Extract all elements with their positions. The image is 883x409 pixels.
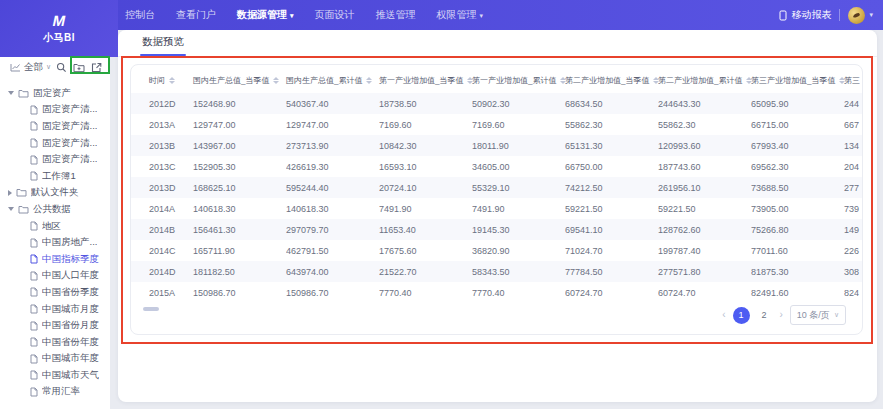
caret-right-icon[interactable]	[8, 190, 12, 196]
sort-icon[interactable]	[169, 77, 175, 84]
table-cell: 152468.90	[193, 99, 286, 109]
table-row[interactable]: 2014C165711.90462791.5017675.6036820.907…	[131, 240, 862, 261]
table-row[interactable]: 2013C152905.30426619.3016593.1034605.006…	[131, 156, 862, 177]
table-row[interactable]: 2015A150986.70150986.707770.407770.40607…	[131, 282, 862, 303]
tree-file-item[interactable]: 固定资产清...	[0, 151, 110, 168]
tree-file-item[interactable]: 固定资产清...	[0, 102, 110, 119]
user-avatar[interactable]: ▾	[848, 7, 873, 24]
column-header[interactable]: 国内生产总值_累计值	[286, 75, 379, 86]
column-header[interactable]: 第一产业增加值_累计值	[472, 75, 565, 86]
table-cell: 60724.70	[658, 288, 751, 298]
next-page-button[interactable]: ›	[780, 310, 783, 320]
new-folder-icon[interactable]	[73, 62, 85, 73]
tree-folder-item[interactable]: 公共数据	[0, 201, 110, 218]
tree-file-item[interactable]: 中国人口年度	[0, 268, 110, 285]
table-row[interactable]: 2013D168625.10595244.4020724.1055329.107…	[131, 177, 862, 198]
nav-menu: 控制台查看门户数据源管理▾页面设计推送管理权限管理▾	[125, 0, 483, 30]
table-cell: 7169.60	[472, 120, 565, 130]
column-header[interactable]: 第二产业增加值_当季值	[565, 75, 658, 86]
search-icon[interactable]	[56, 62, 67, 73]
nav-item[interactable]: 查看门户	[176, 8, 216, 22]
tab-data-preview[interactable]: 数据预览	[140, 35, 186, 56]
nav-item-label: 页面设计	[315, 8, 355, 22]
table-cell: 55862.30	[565, 120, 658, 130]
page-button[interactable]: 1	[733, 307, 750, 324]
table-cell: 128762.60	[658, 225, 751, 235]
file-icon	[30, 370, 38, 380]
nav-item[interactable]: 数据源管理▾	[237, 8, 294, 22]
dataset-filter-dropdown[interactable]: 全部 ∨	[10, 61, 51, 74]
table-cell: 134	[844, 141, 863, 151]
nav-item[interactable]: 页面设计	[315, 8, 355, 22]
tree-file-item[interactable]: 工作簿1	[0, 168, 110, 185]
tree-file-item[interactable]: 地区	[0, 218, 110, 235]
column-header[interactable]: 第三产业增加值_当季值	[751, 75, 844, 86]
file-icon	[30, 121, 38, 131]
tree-file-item[interactable]: 中国房地产...	[0, 234, 110, 251]
sort-icon[interactable]	[366, 77, 372, 84]
table-row[interactable]: 2013A129747.00129747.007169.607169.60558…	[131, 114, 862, 135]
column-header[interactable]: 时间	[149, 75, 193, 86]
file-icon	[30, 105, 38, 115]
caret-down-icon[interactable]	[8, 207, 14, 211]
tree-folder-item[interactable]: 默认文件夹	[0, 185, 110, 202]
table-cell: 149	[844, 225, 863, 235]
chevron-down-icon: ▾	[290, 12, 294, 19]
table-cell: 36820.90	[472, 246, 565, 256]
table-cell: 20724.10	[379, 183, 472, 193]
tree-file-item[interactable]: 固定资产清...	[0, 135, 110, 152]
tree-file-item[interactable]: 中国省份季度	[0, 284, 110, 301]
tree-file-item[interactable]: 常用汇率	[0, 384, 110, 401]
column-header[interactable]: 第二产业增加值_累计值	[658, 75, 751, 86]
horizontal-scrollbar-thumb[interactable]	[143, 307, 159, 311]
file-icon	[30, 221, 38, 231]
caret-down-icon[interactable]	[8, 91, 14, 95]
tab-bar: 数据预览	[118, 30, 877, 57]
prev-page-button[interactable]: ‹	[722, 310, 725, 320]
table-cell: 75266.80	[751, 225, 844, 235]
table-row[interactable]: 2013B143967.00273713.9010842.3018011.906…	[131, 135, 862, 156]
table-cell: 34605.00	[472, 162, 565, 172]
chevron-down-icon: ▾	[480, 12, 484, 19]
nav-item[interactable]: 推送管理	[376, 8, 416, 22]
nav-item[interactable]: 权限管理▾	[437, 8, 484, 22]
table-cell: 273713.90	[286, 141, 379, 151]
column-header[interactable]: 第三	[844, 75, 863, 86]
table-cell: 643974.00	[286, 267, 379, 277]
tree-file-item[interactable]: 中国指标季度	[0, 251, 110, 268]
mobile-report-label: 移动报表	[791, 8, 831, 22]
tree-file-item[interactable]: 中国城市年度	[0, 351, 110, 368]
column-header[interactable]: 第一产业增加值_当季值	[379, 75, 472, 86]
table-cell: 50902.30	[472, 99, 565, 109]
tree-file-item[interactable]: 中国城市天气	[0, 367, 110, 384]
table-row[interactable]: 2014B156461.30297079.7011653.4019145.306…	[131, 219, 862, 240]
table-cell: 667	[844, 120, 863, 130]
table-cell: 7169.60	[379, 120, 472, 130]
tree-file-item[interactable]: 固定资产清...	[0, 118, 110, 135]
table-cell: 2014D	[149, 267, 193, 277]
table-row[interactable]: 2014D181182.50643974.0021522.7058343.507…	[131, 261, 862, 282]
tree-folder-item[interactable]: 固定资产	[0, 85, 110, 102]
export-icon[interactable]	[91, 62, 102, 73]
tree-file-item[interactable]: 中国省份年度	[0, 334, 110, 351]
page-button[interactable]: 2	[756, 307, 773, 324]
tree-item-label: 中国城市天气	[42, 369, 99, 382]
mobile-report-button[interactable]: 移动报表	[779, 8, 831, 22]
column-header-label: 第一产业增加值_累计值	[472, 75, 556, 86]
table-cell: 150986.70	[193, 288, 286, 298]
nav-item[interactable]: 控制台	[125, 8, 155, 22]
file-icon	[30, 271, 38, 281]
page-size-label: 10 条/页	[797, 309, 830, 322]
table-cell: 7491.90	[379, 204, 472, 214]
table-row[interactable]: 2012D152468.90540367.4018738.5050902.306…	[131, 93, 862, 114]
table-cell: 55329.10	[472, 183, 565, 193]
tree-file-item[interactable]: 中国省份月度	[0, 317, 110, 334]
table-row[interactable]: 2014A140618.30140618.307491.907491.90592…	[131, 198, 862, 219]
column-header[interactable]: 国内生产总值_当季值	[193, 75, 286, 86]
tree-file-item[interactable]: 中国城市月度	[0, 301, 110, 318]
nav-right: 移动报表 ▾	[779, 0, 873, 30]
sort-icon[interactable]	[273, 77, 279, 84]
app-logo[interactable]: M 小马BI	[0, 0, 118, 57]
table-cell: 2013C	[149, 162, 193, 172]
page-size-select[interactable]: 10 条/页 ∨	[790, 305, 846, 325]
